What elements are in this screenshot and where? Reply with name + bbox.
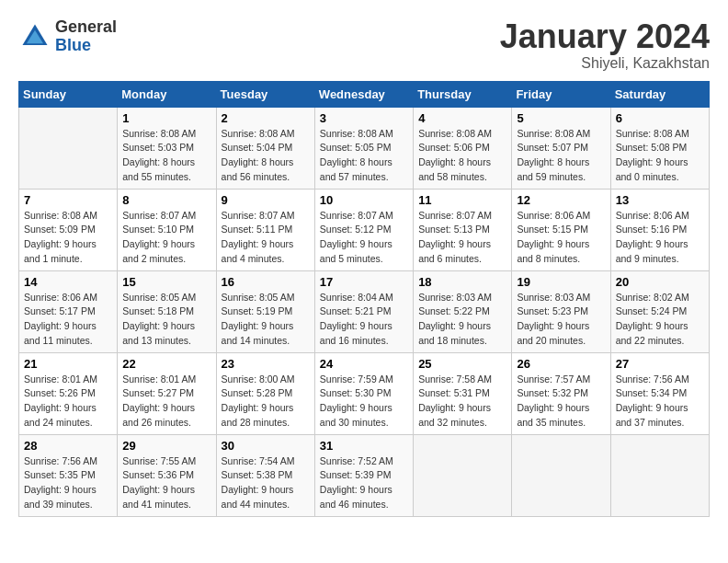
day-info: Sunrise: 7:54 AMSunset: 5:38 PMDaylight:…: [222, 454, 310, 512]
calendar-cell: 9Sunrise: 8:07 AMSunset: 5:11 PMDaylight…: [216, 189, 314, 270]
calendar-cell: 28Sunrise: 7:56 AMSunset: 5:35 PMDayligh…: [19, 434, 118, 516]
day-number: 6: [616, 111, 704, 125]
day-info: Sunrise: 8:03 AMSunset: 5:22 PMDaylight:…: [418, 291, 506, 349]
calendar-cell: 15Sunrise: 8:05 AMSunset: 5:18 PMDayligh…: [118, 270, 216, 352]
day-info: Sunrise: 7:52 AMSunset: 5:39 PMDaylight:…: [320, 454, 408, 512]
day-number: 29: [122, 439, 210, 453]
calendar-cell: 12Sunrise: 8:06 AMSunset: 5:15 PMDayligh…: [512, 189, 610, 270]
calendar-week-row: 14Sunrise: 8:06 AMSunset: 5:17 PMDayligh…: [19, 270, 710, 352]
day-number: 2: [222, 111, 310, 125]
logo-text: General Blue: [55, 18, 117, 55]
day-info: Sunrise: 8:08 AMSunset: 5:03 PMDaylight:…: [122, 127, 210, 185]
calendar-cell: 23Sunrise: 8:00 AMSunset: 5:28 PMDayligh…: [216, 352, 314, 434]
day-number: 15: [122, 275, 210, 289]
day-number: 31: [320, 439, 408, 453]
day-info: Sunrise: 8:08 AMSunset: 5:08 PMDaylight:…: [616, 127, 704, 185]
day-number: 19: [517, 275, 605, 289]
calendar-cell: 21Sunrise: 8:01 AMSunset: 5:26 PMDayligh…: [19, 352, 118, 434]
calendar-week-row: 7Sunrise: 8:08 AMSunset: 5:09 PMDaylight…: [19, 189, 710, 270]
day-number: 8: [122, 193, 210, 207]
calendar-cell: 13Sunrise: 8:06 AMSunset: 5:16 PMDayligh…: [610, 189, 709, 270]
calendar-cell: 17Sunrise: 8:04 AMSunset: 5:21 PMDayligh…: [314, 270, 413, 352]
calendar-cell: 30Sunrise: 7:54 AMSunset: 5:38 PMDayligh…: [216, 434, 314, 516]
location: Shiyeli, Kazakhstan: [500, 55, 710, 72]
weekday-header-monday: Monday: [118, 81, 216, 107]
day-info: Sunrise: 8:08 AMSunset: 5:04 PMDaylight:…: [222, 127, 310, 185]
day-number: 3: [320, 111, 408, 125]
day-number: 18: [418, 275, 506, 289]
day-number: 23: [222, 357, 310, 371]
day-number: 12: [517, 193, 605, 207]
day-info: Sunrise: 8:07 AMSunset: 5:11 PMDaylight:…: [222, 209, 310, 267]
day-number: 4: [418, 111, 506, 125]
calendar-cell: 27Sunrise: 7:56 AMSunset: 5:34 PMDayligh…: [610, 352, 709, 434]
day-number: 28: [24, 439, 112, 453]
day-info: Sunrise: 8:00 AMSunset: 5:28 PMDaylight:…: [222, 373, 310, 431]
weekday-header-saturday: Saturday: [610, 81, 709, 107]
calendar-cell: 14Sunrise: 8:06 AMSunset: 5:17 PMDayligh…: [19, 270, 118, 352]
day-info: Sunrise: 8:08 AMSunset: 5:06 PMDaylight:…: [418, 127, 506, 185]
calendar-cell: 24Sunrise: 7:59 AMSunset: 5:30 PMDayligh…: [314, 352, 413, 434]
day-number: 1: [122, 111, 210, 125]
calendar-cell: 19Sunrise: 8:03 AMSunset: 5:23 PMDayligh…: [512, 270, 610, 352]
day-info: Sunrise: 7:56 AMSunset: 5:34 PMDaylight:…: [616, 373, 704, 431]
calendar-cell: 11Sunrise: 8:07 AMSunset: 5:13 PMDayligh…: [414, 189, 512, 270]
day-info: Sunrise: 8:07 AMSunset: 5:13 PMDaylight:…: [418, 209, 506, 267]
logo: General Blue: [18, 18, 117, 55]
weekday-header-row: SundayMondayTuesdayWednesdayThursdayFrid…: [19, 81, 710, 107]
calendar-cell: [610, 434, 709, 516]
calendar-cell: 4Sunrise: 8:08 AMSunset: 5:06 PMDaylight…: [414, 107, 512, 189]
day-number: 14: [24, 275, 112, 289]
day-info: Sunrise: 8:07 AMSunset: 5:12 PMDaylight:…: [320, 209, 408, 267]
calendar-cell: 3Sunrise: 8:08 AMSunset: 5:05 PMDaylight…: [314, 107, 413, 189]
weekday-header-thursday: Thursday: [414, 81, 512, 107]
day-info: Sunrise: 7:58 AMSunset: 5:31 PMDaylight:…: [418, 373, 506, 431]
day-number: 9: [222, 193, 310, 207]
day-info: Sunrise: 7:59 AMSunset: 5:30 PMDaylight:…: [320, 373, 408, 431]
day-number: 26: [517, 357, 605, 371]
day-number: 7: [24, 193, 112, 207]
calendar-cell: 16Sunrise: 8:05 AMSunset: 5:19 PMDayligh…: [216, 270, 314, 352]
calendar-cell: 18Sunrise: 8:03 AMSunset: 5:22 PMDayligh…: [414, 270, 512, 352]
calendar-cell: 31Sunrise: 7:52 AMSunset: 5:39 PMDayligh…: [314, 434, 413, 516]
day-number: 25: [418, 357, 506, 371]
weekday-header-friday: Friday: [512, 81, 610, 107]
calendar-cell: 5Sunrise: 8:08 AMSunset: 5:07 PMDaylight…: [512, 107, 610, 189]
calendar-cell: 8Sunrise: 8:07 AMSunset: 5:10 PMDaylight…: [118, 189, 216, 270]
calendar-cell: 7Sunrise: 8:08 AMSunset: 5:09 PMDaylight…: [19, 189, 118, 270]
day-number: 21: [24, 357, 112, 371]
calendar-cell: 25Sunrise: 7:58 AMSunset: 5:31 PMDayligh…: [414, 352, 512, 434]
weekday-header-wednesday: Wednesday: [314, 81, 413, 107]
day-info: Sunrise: 8:05 AMSunset: 5:18 PMDaylight:…: [122, 291, 210, 349]
logo-icon: [18, 20, 51, 53]
day-info: Sunrise: 8:02 AMSunset: 5:24 PMDaylight:…: [616, 291, 704, 349]
calendar-cell: [19, 107, 118, 189]
day-number: 10: [320, 193, 408, 207]
day-number: 20: [616, 275, 704, 289]
calendar-table: SundayMondayTuesdayWednesdayThursdayFrid…: [18, 81, 710, 517]
day-info: Sunrise: 7:57 AMSunset: 5:32 PMDaylight:…: [517, 373, 605, 431]
calendar-cell: 26Sunrise: 7:57 AMSunset: 5:32 PMDayligh…: [512, 352, 610, 434]
calendar-cell: 6Sunrise: 8:08 AMSunset: 5:08 PMDaylight…: [610, 107, 709, 189]
day-info: Sunrise: 8:04 AMSunset: 5:21 PMDaylight:…: [320, 291, 408, 349]
day-number: 11: [418, 193, 506, 207]
logo-general: General: [55, 17, 117, 36]
calendar-cell: [512, 434, 610, 516]
day-number: 24: [320, 357, 408, 371]
title-area: January 2024 Shiyeli, Kazakhstan: [500, 18, 710, 72]
day-number: 13: [616, 193, 704, 207]
day-number: 5: [517, 111, 605, 125]
logo-blue: Blue: [55, 36, 91, 54]
calendar-cell: 2Sunrise: 8:08 AMSunset: 5:04 PMDaylight…: [216, 107, 314, 189]
day-info: Sunrise: 7:55 AMSunset: 5:36 PMDaylight:…: [122, 454, 210, 512]
day-info: Sunrise: 8:01 AMSunset: 5:27 PMDaylight:…: [122, 373, 210, 431]
month-title: January 2024: [500, 18, 710, 55]
day-info: Sunrise: 8:01 AMSunset: 5:26 PMDaylight:…: [24, 373, 112, 431]
calendar-cell: 22Sunrise: 8:01 AMSunset: 5:27 PMDayligh…: [118, 352, 216, 434]
day-info: Sunrise: 8:08 AMSunset: 5:07 PMDaylight:…: [517, 127, 605, 185]
calendar-cell: 1Sunrise: 8:08 AMSunset: 5:03 PMDaylight…: [118, 107, 216, 189]
calendar-cell: [414, 434, 512, 516]
calendar-week-row: 21Sunrise: 8:01 AMSunset: 5:26 PMDayligh…: [19, 352, 710, 434]
day-info: Sunrise: 8:08 AMSunset: 5:09 PMDaylight:…: [24, 209, 112, 267]
day-number: 30: [222, 439, 310, 453]
